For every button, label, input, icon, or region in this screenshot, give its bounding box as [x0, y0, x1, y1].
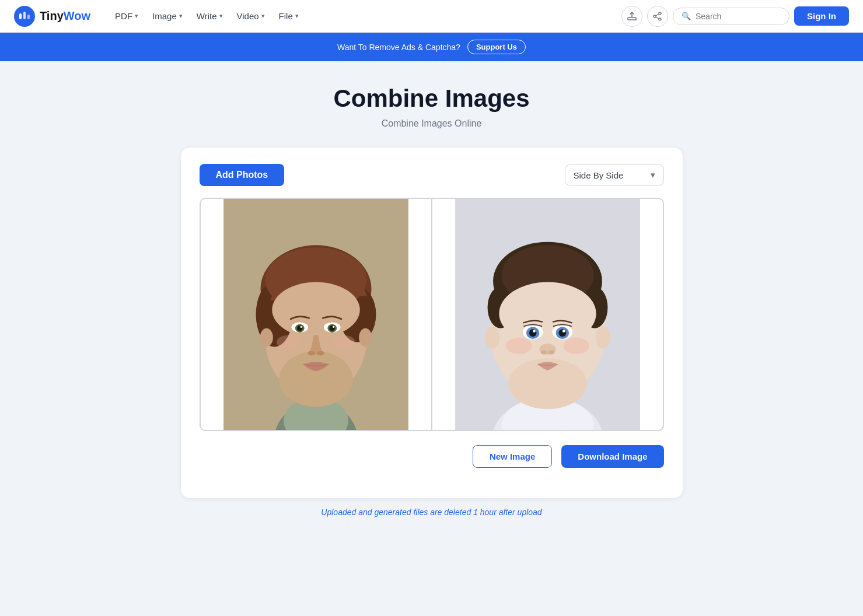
svg-rect-0	[19, 13, 22, 19]
nav-image[interactable]: Image ▾	[146, 8, 188, 24]
svg-point-50	[558, 329, 566, 337]
chevron-down-icon: ▾	[295, 12, 299, 20]
svg-line-8	[656, 17, 659, 19]
logo-text-wow: Wow	[64, 9, 90, 22]
action-buttons-row: New Image Download Image	[200, 445, 664, 468]
svg-point-49	[529, 329, 536, 337]
support-us-button[interactable]: Support Us	[467, 40, 526, 54]
new-image-button[interactable]: New Image	[473, 445, 552, 468]
svg-rect-3	[628, 18, 636, 20]
svg-point-28	[308, 351, 315, 356]
svg-point-51	[533, 330, 536, 332]
nav-links: PDF ▾ Image ▾ Write ▾ Video ▾ File ▾	[109, 8, 603, 24]
svg-point-57	[563, 338, 589, 355]
logo[interactable]: TinyWow	[14, 6, 90, 27]
search-input[interactable]	[696, 12, 781, 21]
svg-point-33	[359, 328, 372, 347]
toolbar-row: Add Photos Side By Side ▾	[200, 164, 664, 186]
nav-pdf[interactable]: PDF ▾	[109, 8, 144, 24]
layout-selected-label: Side By Side	[574, 170, 624, 180]
main-content: Combine Images Combine Images Online Add…	[169, 61, 694, 552]
nav-file[interactable]: File ▾	[273, 8, 305, 24]
svg-point-31	[332, 335, 355, 349]
search-icon: 🔍	[682, 12, 691, 20]
nav-write[interactable]: Write ▾	[191, 8, 229, 24]
svg-point-14	[279, 351, 353, 407]
promo-banner: Want To Remove Ads & Captcha? Support Us	[0, 33, 863, 61]
svg-rect-1	[23, 12, 26, 19]
logo-icon	[14, 6, 35, 27]
chevron-down-icon: ▾	[261, 12, 265, 20]
svg-point-56	[506, 338, 532, 355]
chevron-down-icon: ▾	[179, 12, 183, 20]
svg-point-19	[272, 282, 359, 338]
signin-button[interactable]: Sign In	[794, 6, 849, 26]
download-image-button[interactable]: Download Image	[561, 445, 663, 468]
navbar: TinyWow PDF ▾ Image ▾ Write ▾ Video ▾ Fi…	[0, 0, 863, 33]
svg-point-44	[499, 282, 596, 345]
footer-note: Uploaded and generated files are deleted…	[181, 508, 683, 517]
svg-point-54	[540, 350, 547, 354]
svg-point-52	[562, 330, 565, 332]
svg-point-30	[277, 335, 300, 349]
image-left	[201, 199, 432, 430]
logo-text-tiny: Tiny	[40, 9, 64, 22]
chevron-down-icon: ▾	[219, 12, 223, 20]
svg-point-29	[317, 351, 324, 356]
svg-point-58	[484, 327, 499, 349]
search-bar[interactable]: 🔍	[673, 8, 789, 25]
upload-icon-button[interactable]	[621, 6, 642, 27]
nav-icons: 🔍 Sign In	[621, 6, 849, 27]
chevron-down-icon: ▾	[135, 12, 138, 20]
image-right	[432, 199, 663, 430]
tool-card: Add Photos Side By Side ▾	[181, 148, 683, 498]
svg-point-6	[654, 15, 656, 18]
svg-point-4	[659, 12, 661, 15]
page-subtitle: Combine Images Online	[181, 118, 683, 129]
svg-rect-2	[27, 15, 30, 19]
svg-point-32	[260, 328, 272, 347]
share-icon-button[interactable]	[647, 6, 668, 27]
svg-point-59	[595, 327, 610, 349]
chevron-down-icon: ▾	[651, 170, 655, 180]
svg-point-26	[300, 326, 302, 328]
svg-point-5	[659, 18, 661, 20]
svg-point-55	[548, 350, 554, 354]
nav-video[interactable]: Video ▾	[231, 8, 271, 24]
page-title: Combine Images	[181, 85, 683, 113]
svg-line-7	[656, 14, 659, 16]
layout-dropdown[interactable]: Side By Side ▾	[565, 164, 664, 186]
combined-image-preview	[200, 198, 664, 431]
banner-text: Want To Remove Ads & Captcha?	[337, 43, 460, 52]
add-photos-button[interactable]: Add Photos	[200, 164, 285, 186]
svg-point-27	[333, 326, 334, 328]
